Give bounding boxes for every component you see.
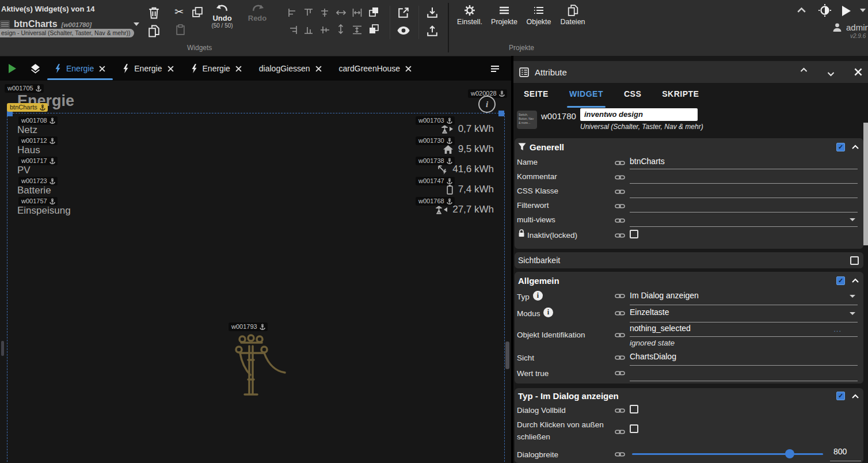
align-top-button[interactable] (304, 8, 314, 17)
dropdown-caret-icon[interactable] (850, 295, 855, 298)
cut-button[interactable]: ✂ (174, 6, 184, 17)
dialog-vollbild-checkbox[interactable] (630, 405, 638, 413)
collapse-section-icon[interactable] (852, 145, 859, 149)
link-icon[interactable] (615, 218, 625, 223)
link-icon[interactable] (615, 174, 625, 180)
play-dropdown-caret[interactable] (860, 9, 866, 12)
anchor-badge[interactable]: w001717 (18, 157, 58, 165)
align-bottom-button[interactable] (304, 25, 314, 35)
open-preview-button[interactable] (398, 7, 409, 18)
objects-button[interactable]: Objekte (522, 5, 555, 26)
dialogbreite-slider-track[interactable] (632, 453, 823, 455)
files-button[interactable]: Dateien (556, 5, 589, 26)
align-right-button[interactable] (288, 25, 298, 35)
visibility-toggle-button[interactable] (397, 26, 410, 35)
redo-button[interactable]: Redo (243, 5, 271, 22)
info-icon[interactable]: i (478, 96, 496, 113)
section-enabled-checkbox[interactable] (836, 276, 845, 285)
link-icon[interactable] (615, 408, 625, 413)
expand-panel-icon[interactable] (800, 67, 808, 72)
objekt-identifikation-value[interactable]: nothing_selected (630, 324, 691, 333)
tab-skripte[interactable]: SKRIPTE (662, 89, 699, 103)
paste-button[interactable] (176, 24, 185, 35)
send-to-back-button[interactable] (369, 24, 379, 35)
close-outside-click-checkbox[interactable] (630, 424, 638, 433)
copy-button[interactable] (192, 7, 203, 17)
layers-icon[interactable] (24, 56, 46, 81)
distribute-vertical-button[interactable] (337, 24, 344, 34)
sichtbarkeit-checkbox[interactable] (850, 256, 859, 265)
anchor-badge[interactable]: w001708 (18, 116, 58, 125)
duplicate-widget-button[interactable] (149, 25, 159, 37)
widget-selector-dropdown[interactable]: btnCharts [w001780] (0, 19, 101, 29)
dialogbreite-slider-thumb[interactable] (785, 449, 794, 458)
close-tab-icon[interactable] (235, 66, 242, 72)
link-icon[interactable] (615, 189, 625, 195)
link-icon[interactable] (615, 451, 625, 457)
section-enabled-checkbox[interactable] (836, 392, 845, 400)
spacing-horizontal-button[interactable] (352, 8, 362, 17)
collapse-section-icon[interactable] (852, 278, 859, 283)
user-menu[interactable]: admin (832, 22, 868, 32)
tab-menu-icon[interactable] (479, 56, 511, 81)
info-icon[interactable] (543, 308, 553, 317)
selection-handle-topright[interactable] (498, 111, 504, 116)
close-tab-icon[interactable] (99, 66, 105, 72)
selected-widget-badge[interactable]: btnCharts (7, 103, 48, 112)
dialogbreite-value[interactable]: 800 (833, 447, 847, 456)
typ-select[interactable]: Im Dialog anzeigen (630, 291, 699, 300)
link-icon[interactable] (615, 429, 625, 435)
name-input[interactable]: btnCharts (630, 157, 665, 166)
link-icon[interactable] (615, 355, 625, 360)
wert-true-input[interactable] (630, 381, 858, 381)
anchor-badge[interactable]: w001757 (18, 197, 58, 206)
close-panel-icon[interactable] (854, 68, 862, 76)
css-klasse-input[interactable] (630, 198, 858, 198)
collapse-toolbar-button[interactable] (797, 7, 806, 13)
tab-dialoggiessen[interactable]: dialogGiessen (250, 56, 330, 81)
tab-widget[interactable]: WIDGET (569, 89, 603, 103)
kommentar-input[interactable] (630, 183, 858, 184)
align-left-button[interactable] (288, 8, 298, 17)
info-icon[interactable] (533, 291, 543, 301)
undo-button[interactable]: Undo (50 / 50) (208, 5, 236, 29)
play-button[interactable] (842, 6, 851, 16)
more-options-button[interactable]: ... (833, 325, 842, 333)
tab-css[interactable]: CSS (624, 89, 641, 103)
link-icon[interactable] (615, 203, 625, 209)
filterwort-input[interactable] (630, 212, 858, 212)
distribute-horizontal-button[interactable] (336, 9, 346, 16)
multi-views-select[interactable] (630, 226, 858, 227)
dropdown-caret-icon[interactable] (850, 218, 855, 221)
link-icon[interactable] (615, 160, 625, 166)
link-icon[interactable] (615, 233, 625, 238)
close-tab-icon[interactable] (315, 66, 322, 72)
attribute-panel-header[interactable]: Attribute (513, 61, 868, 83)
link-icon[interactable] (615, 370, 625, 376)
section-enabled-checkbox[interactable] (836, 143, 845, 151)
tab-seite[interactable]: SEITE (524, 89, 549, 103)
link-icon[interactable] (615, 310, 625, 316)
theme-toggle-button[interactable] (818, 4, 831, 17)
link-icon[interactable] (615, 332, 625, 338)
page-anchor-badge[interactable]: w001705 (5, 84, 44, 93)
close-tab-icon[interactable] (405, 66, 412, 72)
link-icon[interactable] (615, 293, 625, 299)
import-button[interactable] (427, 7, 438, 18)
dropdown-caret-icon[interactable] (850, 312, 855, 315)
tab-energie-2[interactable]: Energie (114, 56, 182, 81)
canvas-vertical-scrollbar[interactable] (505, 341, 509, 369)
tab-cardgreenhouse[interactable]: cardGreenHouse (330, 56, 421, 81)
spacing-vertical-button[interactable] (352, 25, 362, 35)
run-page-button[interactable] (0, 56, 24, 81)
tab-energie-1[interactable]: Energie (46, 56, 114, 81)
align-center-horizontal-button[interactable] (320, 8, 330, 17)
section-sichtbarkeit[interactable]: Sichtbarkeit (515, 252, 863, 268)
collapse-section-icon[interactable] (852, 394, 859, 399)
panel-vertical-scrollbar[interactable] (863, 123, 868, 245)
anchor-badge[interactable]: w001723 (18, 177, 58, 185)
design-canvas[interactable]: w001705 w020028 Energie i btnCharts w001… (0, 81, 511, 463)
collapse-panel-icon[interactable] (827, 72, 835, 77)
tab-energie-3[interactable]: Energie (182, 56, 250, 81)
modus-select[interactable]: Einzeltaste (630, 308, 669, 317)
